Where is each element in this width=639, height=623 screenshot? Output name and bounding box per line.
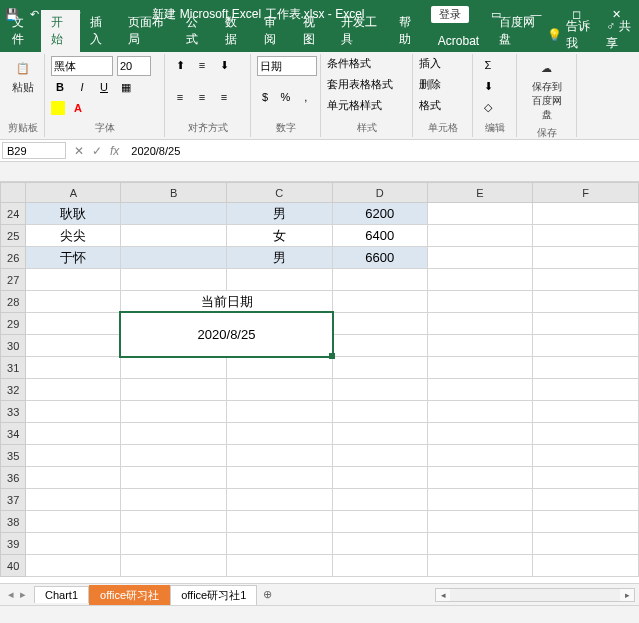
cell[interactable] <box>533 357 639 379</box>
select-all-corner[interactable] <box>1 183 26 203</box>
cell[interactable] <box>121 467 227 489</box>
cell[interactable] <box>427 313 533 335</box>
cell[interactable] <box>121 203 227 225</box>
cell[interactable] <box>26 555 121 577</box>
cell[interactable] <box>26 445 121 467</box>
add-sheet-button[interactable]: ⊕ <box>257 588 278 601</box>
cell[interactable] <box>121 533 227 555</box>
cell[interactable] <box>427 335 533 357</box>
sheet-tab[interactable]: office研习社1 <box>170 585 257 605</box>
scroll-track[interactable] <box>450 589 620 601</box>
cell[interactable] <box>427 423 533 445</box>
cell[interactable] <box>121 445 227 467</box>
cell[interactable] <box>332 291 427 313</box>
cell[interactable] <box>427 467 533 489</box>
cell[interactable] <box>26 467 121 489</box>
cell[interactable] <box>427 445 533 467</box>
cell[interactable]: 耿耿 <box>26 203 121 225</box>
scroll-right-icon[interactable]: ▸ <box>620 590 634 600</box>
tab-baidu[interactable]: 百度网盘 <box>489 10 547 52</box>
cell[interactable] <box>121 511 227 533</box>
col-header[interactable]: C <box>227 183 333 203</box>
cell[interactable] <box>533 225 639 247</box>
cell[interactable] <box>332 445 427 467</box>
cell[interactable] <box>227 533 333 555</box>
cell[interactable] <box>533 247 639 269</box>
row-header[interactable]: 24 <box>1 203 26 225</box>
tab-view[interactable]: 视图 <box>293 10 332 52</box>
cell[interactable] <box>227 555 333 577</box>
comma-icon[interactable]: , <box>298 88 314 106</box>
cell[interactable] <box>227 445 333 467</box>
cell[interactable] <box>427 379 533 401</box>
bold-button[interactable]: B <box>51 78 69 96</box>
row-header[interactable]: 36 <box>1 467 26 489</box>
cell[interactable] <box>332 269 427 291</box>
font-name-select[interactable] <box>51 56 113 76</box>
cell[interactable]: 男 <box>227 203 333 225</box>
insert-button[interactable]: 插入 <box>419 56 466 71</box>
tab-insert[interactable]: 插入 <box>80 10 119 52</box>
cell[interactable] <box>332 555 427 577</box>
cell[interactable] <box>533 489 639 511</box>
cell[interactable] <box>121 423 227 445</box>
row-header[interactable]: 25 <box>1 225 26 247</box>
currency-icon[interactable]: $ <box>257 88 273 106</box>
cell[interactable] <box>533 555 639 577</box>
login-button[interactable]: 登录 <box>431 6 469 23</box>
tab-nav-last-icon[interactable]: ▸ <box>20 588 26 601</box>
cell[interactable] <box>427 401 533 423</box>
format-button[interactable]: 格式 <box>419 98 466 113</box>
fill-icon[interactable]: ⬇ <box>479 77 497 95</box>
cell[interactable] <box>121 357 227 379</box>
paste-button[interactable]: 📋 粘贴 <box>8 56 38 97</box>
cell[interactable] <box>121 225 227 247</box>
cell[interactable] <box>332 533 427 555</box>
cell[interactable] <box>332 313 427 335</box>
tab-nav-first-icon[interactable]: ◂ <box>8 588 14 601</box>
baidu-save-button[interactable]: ☁ 保存到百度网盘 <box>523 56 570 124</box>
cell[interactable] <box>332 489 427 511</box>
cell[interactable] <box>332 335 427 357</box>
cell[interactable] <box>26 379 121 401</box>
col-header[interactable]: D <box>332 183 427 203</box>
cell[interactable] <box>121 489 227 511</box>
cell[interactable] <box>332 511 427 533</box>
italic-button[interactable]: I <box>73 78 91 96</box>
cell[interactable] <box>533 379 639 401</box>
cell[interactable] <box>533 203 639 225</box>
cell[interactable] <box>26 423 121 445</box>
tab-pagelayout[interactable]: 页面布局 <box>118 10 176 52</box>
scroll-left-icon[interactable]: ◂ <box>436 590 450 600</box>
fill-color-button[interactable] <box>51 101 65 115</box>
tellme-label[interactable]: 告诉我 <box>566 18 590 52</box>
cell[interactable] <box>332 357 427 379</box>
row-header[interactable]: 39 <box>1 533 26 555</box>
cell[interactable] <box>227 467 333 489</box>
cell[interactable] <box>227 357 333 379</box>
row-header[interactable]: 38 <box>1 511 26 533</box>
cell[interactable] <box>26 401 121 423</box>
row-header[interactable]: 40 <box>1 555 26 577</box>
cancel-icon[interactable]: ✕ <box>74 144 84 158</box>
tab-formulas[interactable]: 公式 <box>176 10 215 52</box>
cell[interactable] <box>121 401 227 423</box>
cell[interactable] <box>427 291 533 313</box>
row-header[interactable]: 29 <box>1 313 26 335</box>
merged-cell-date[interactable]: 2020/8/25 <box>121 313 332 357</box>
cell[interactable] <box>121 247 227 269</box>
row-header[interactable]: 37 <box>1 489 26 511</box>
cell[interactable] <box>533 533 639 555</box>
formula-input[interactable] <box>125 140 639 161</box>
sheet-tab-active[interactable]: office研习社 <box>89 585 170 605</box>
row-header[interactable]: 32 <box>1 379 26 401</box>
cell[interactable] <box>26 533 121 555</box>
cell[interactable] <box>427 533 533 555</box>
cell[interactable] <box>26 291 121 313</box>
cell[interactable] <box>227 379 333 401</box>
cell[interactable]: 于怀 <box>26 247 121 269</box>
merged-cell-header[interactable]: 当前日期 <box>121 291 332 313</box>
cell[interactable] <box>332 423 427 445</box>
align-middle-icon[interactable]: ≡ <box>193 56 211 74</box>
table-format-button[interactable]: 套用表格格式 <box>327 77 406 92</box>
